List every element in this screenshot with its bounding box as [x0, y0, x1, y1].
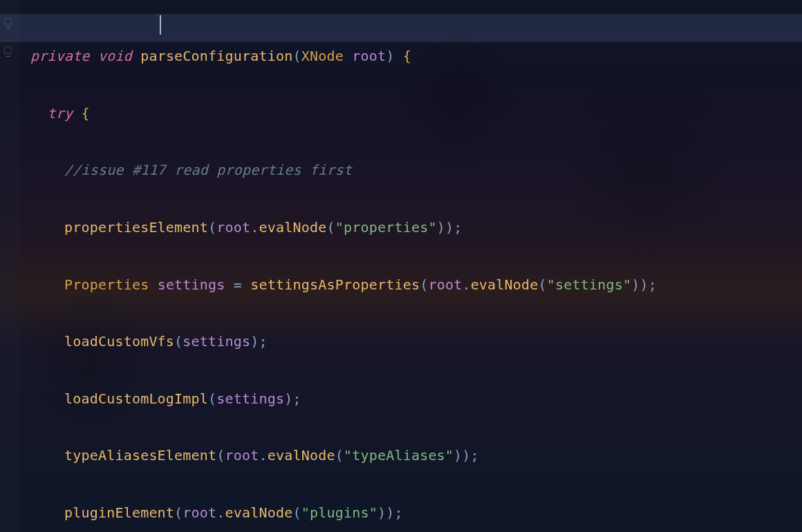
- code-editor[interactable]: private void parseConfiguration(XNode ro…: [30, 14, 795, 532]
- code-line[interactable]: typeAliasesElement(root.evalNode("typeAl…: [30, 441, 795, 470]
- code-line[interactable]: loadCustomVfs(settings);: [30, 327, 795, 356]
- code-line[interactable]: pluginElement(root.evalNode("plugins"));: [30, 499, 795, 527]
- code-line[interactable]: Properties settings = settingsAsProperti…: [30, 271, 795, 299]
- code-line[interactable]: propertiesElement(root.evalNode("propert…: [30, 213, 795, 242]
- fold-icon[interactable]: [4, 46, 12, 54]
- code-line[interactable]: private void parseConfiguration(XNode ro…: [30, 42, 795, 70]
- code-line[interactable]: try {: [30, 99, 795, 128]
- code-line[interactable]: //issue #117 read properties first: [30, 156, 795, 184]
- code-line[interactable]: loadCustomLogImpl(settings);: [30, 385, 795, 413]
- editor-gutter: [0, 0, 21, 532]
